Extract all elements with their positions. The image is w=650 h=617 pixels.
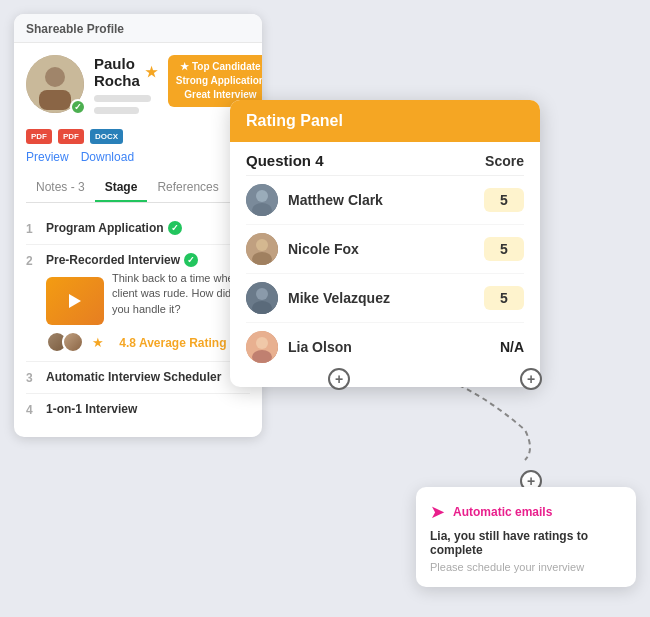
stage-num-2: 2 (26, 254, 38, 268)
profile-body: ✓ Paulo Rocha ★ ★ Top Candidate Strong A… (14, 43, 262, 437)
rating-panel-header: Rating Panel (230, 100, 540, 142)
rater-avatar-nicole (246, 233, 278, 265)
rating-panel-title: Rating Panel (246, 112, 524, 130)
rating-panel-body: Question 4 Score Matthew Clark 5 (230, 142, 540, 387)
rater-info-lia: Lia Olson (246, 331, 352, 363)
profile-lines (94, 95, 158, 114)
rating-panel: Rating Panel Question 4 Score Matthew Cl… (230, 100, 540, 387)
rater-row-mike: Mike Velazquez 5 (246, 274, 524, 323)
stage-num-1: 1 (26, 222, 38, 236)
stage-content-4: 1-on-1 Interview (46, 402, 250, 416)
score-mike: 5 (484, 286, 524, 310)
svg-point-5 (256, 190, 268, 202)
rater-row-nicole: Nicole Fox 5 (246, 225, 524, 274)
rater-row-matthew: Matthew Clark 5 (246, 176, 524, 225)
email-tooltip-title: Automatic emails (453, 505, 552, 519)
rater-avatar-mike (246, 282, 278, 314)
star-icon: ★ (145, 64, 158, 80)
rating-question-label: Question 4 (246, 152, 324, 169)
email-tooltip-header: ➤ Automatic emails (430, 501, 622, 523)
stage-title-4: 1-on-1 Interview (46, 402, 250, 416)
stage-num-3: 3 (26, 371, 38, 385)
rater-info-mike: Mike Velazquez (246, 282, 390, 314)
check-circle-1: ✓ (168, 221, 182, 235)
plus-button-left[interactable]: + (328, 368, 350, 390)
rater-name-lia: Lia Olson (288, 339, 352, 355)
stage-item-3: 3 Automatic Interview Scheduler (26, 362, 250, 394)
pdf-badge-1: PDF (26, 129, 52, 144)
tabs: Notes - 3 Stage References (26, 174, 250, 203)
rater-avatar-lia (246, 331, 278, 363)
preview-link[interactable]: Preview (26, 150, 69, 164)
stage-content-1: Program Application ✓ (46, 221, 250, 235)
doc-links: Preview Download (26, 150, 250, 164)
video-thumbnail[interactable] (46, 277, 104, 325)
profile-line-2 (94, 107, 139, 114)
score-nicole: 5 (484, 237, 524, 261)
svg-point-11 (256, 288, 268, 300)
stage-title-2: Pre-Recorded Interview ✓ (46, 253, 250, 267)
rater-avatar-matthew (246, 184, 278, 216)
stage-list: 1 Program Application ✓ 2 Pre-Recorded I… (26, 213, 250, 425)
email-tooltip: ➤ Automatic emails Lia, you still have r… (416, 487, 636, 587)
tab-references[interactable]: References (147, 174, 228, 202)
download-link[interactable]: Download (81, 150, 134, 164)
tab-stage[interactable]: Stage (95, 174, 148, 202)
rating-question-row: Question 4 Score (246, 142, 524, 176)
rating-text: 4.8 Average Rating (119, 336, 226, 350)
svg-point-1 (45, 67, 65, 87)
send-icon: ➤ (430, 501, 445, 523)
score-matthew: 5 (484, 188, 524, 212)
stage-content-3: Automatic Interview Scheduler (46, 370, 250, 384)
profile-info: Paulo Rocha ★ (94, 55, 158, 119)
check-circle-2: ✓ (184, 253, 198, 267)
svg-rect-3 (39, 90, 71, 110)
rater-row-lia: Lia Olson N/A (246, 323, 524, 371)
stage-item-4: 4 1-on-1 Interview (26, 394, 250, 425)
docx-badge: DOCX (90, 129, 123, 144)
profile-name: Paulo Rocha ★ (94, 55, 158, 89)
header-title: Shareable Profile (26, 22, 124, 36)
doc-icons: PDF PDF DOCX (26, 129, 250, 144)
svg-point-8 (256, 239, 268, 251)
score-lia: N/A (500, 339, 524, 355)
score-column-label: Score (485, 153, 524, 169)
rater-info-nicole: Nicole Fox (246, 233, 359, 265)
profile-top: ✓ Paulo Rocha ★ ★ Top Candidate Strong A… (26, 55, 250, 119)
rater-name-nicole: Nicole Fox (288, 241, 359, 257)
stage-title-1: Program Application ✓ (46, 221, 250, 235)
stage-item-1: 1 Program Application ✓ (26, 213, 250, 245)
mini-avatar-2 (62, 331, 84, 353)
rating-row: ★ 4.8 Average Rating (46, 331, 250, 353)
rater-name-matthew: Matthew Clark (288, 192, 383, 208)
play-icon (69, 294, 81, 308)
rater-info-matthew: Matthew Clark (246, 184, 383, 216)
plus-button-right[interactable]: + (520, 368, 542, 390)
email-tooltip-sub: Please schedule your inverview (430, 561, 622, 573)
profile-card-header: Shareable Profile (14, 14, 262, 43)
pdf-badge-2: PDF (58, 129, 84, 144)
rater-name-mike: Mike Velazquez (288, 290, 390, 306)
stage-item-2: 2 Pre-Recorded Interview ✓ Think back to… (26, 245, 250, 362)
profile-line-1 (94, 95, 151, 102)
email-tooltip-body: Lia, you still have ratings to complete (430, 529, 622, 557)
stage-title-3: Automatic Interview Scheduler (46, 370, 250, 384)
stage-2-detail: Think back to a time when a client was r… (46, 271, 250, 325)
stage-content-2: Pre-Recorded Interview ✓ Think back to a… (46, 253, 250, 353)
profile-card: Shareable Profile ✓ (14, 14, 262, 437)
svg-point-14 (256, 337, 268, 349)
tab-notes[interactable]: Notes - 3 (26, 174, 95, 202)
stage-num-4: 4 (26, 403, 38, 417)
check-badge: ✓ (70, 99, 86, 115)
